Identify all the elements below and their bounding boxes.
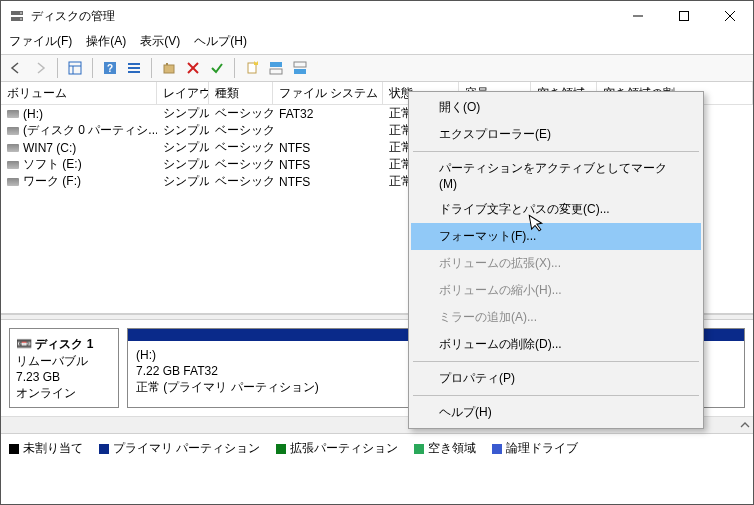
ctx-explorer[interactable]: エクスプローラー(E) xyxy=(411,121,701,148)
ctx-separator xyxy=(413,361,699,362)
scroll-up-icon[interactable] xyxy=(739,419,751,431)
disk-media: リムーバブル xyxy=(16,353,112,369)
minimize-button[interactable] xyxy=(615,1,661,31)
ctx-open[interactable]: 開く(O) xyxy=(411,94,701,121)
ctx-help[interactable]: ヘルプ(H) xyxy=(411,399,701,426)
volume-name: (ディスク 0 パーティシ... xyxy=(23,123,157,137)
menu-action[interactable]: 操作(A) xyxy=(86,33,126,50)
forward-button[interactable] xyxy=(29,57,51,79)
disk-meta[interactable]: 📼 ディスク 1 リムーバブル 7.23 GB オンライン xyxy=(9,328,119,408)
svg-rect-16 xyxy=(164,65,174,73)
ctx-add-mirror: ミラーの追加(A)... xyxy=(411,304,701,331)
svg-rect-23 xyxy=(294,62,306,67)
legend-logical: 論理ドライブ xyxy=(506,441,578,455)
svg-rect-13 xyxy=(128,63,140,65)
ctx-separator xyxy=(413,151,699,152)
disk-size: 7.23 GB xyxy=(16,369,112,385)
legend: 未割り当て プライマリ パーティション 拡張パーティション 空き領域 論理ドライ… xyxy=(1,433,753,463)
volume-name: WIN7 (C:) xyxy=(23,141,76,155)
ctx-properties[interactable]: プロパティ(P) xyxy=(411,365,701,392)
disk-status: オンライン xyxy=(16,385,112,401)
toolbar-graphic-top-icon[interactable] xyxy=(265,57,287,79)
toolbar-graphic-bottom-icon[interactable] xyxy=(289,57,311,79)
col-type[interactable]: 種類 xyxy=(209,82,273,104)
svg-point-2 xyxy=(20,12,22,14)
volume-icon xyxy=(7,178,19,186)
toolbar-check-icon[interactable] xyxy=(206,57,228,79)
toolbar-settings-icon[interactable] xyxy=(158,57,180,79)
toolbar-delete-icon[interactable] xyxy=(182,57,204,79)
context-menu: 開く(O) エクスプローラー(E) パーティションをアクティブとしてマーク(M)… xyxy=(408,91,704,429)
ctx-format[interactable]: フォーマット(F)... xyxy=(411,223,701,250)
col-layout[interactable]: レイアウト xyxy=(157,82,209,104)
disk-management-icon xyxy=(9,8,25,24)
legend-extended: 拡張パーティション xyxy=(290,441,398,455)
menubar: ファイル(F) 操作(A) 表示(V) ヘルプ(H) xyxy=(1,31,753,54)
menu-help[interactable]: ヘルプ(H) xyxy=(194,33,247,50)
svg-rect-17 xyxy=(166,63,168,65)
menu-view[interactable]: 表示(V) xyxy=(140,33,180,50)
svg-rect-8 xyxy=(69,62,81,74)
back-button[interactable] xyxy=(5,57,27,79)
close-button[interactable] xyxy=(707,1,753,31)
swatch-unallocated xyxy=(9,444,19,454)
legend-primary: プライマリ パーティション xyxy=(113,441,260,455)
maximize-button[interactable] xyxy=(661,1,707,31)
ctx-delete[interactable]: ボリュームの削除(D)... xyxy=(411,331,701,358)
swatch-free xyxy=(414,444,424,454)
toolbar-new-icon[interactable] xyxy=(241,57,263,79)
col-volume[interactable]: ボリューム xyxy=(1,82,157,104)
titlebar: ディスクの管理 xyxy=(1,1,753,31)
svg-rect-5 xyxy=(680,12,689,21)
svg-rect-22 xyxy=(270,69,282,74)
volume-icon xyxy=(7,110,19,118)
legend-unallocated: 未割り当て xyxy=(23,441,83,455)
swatch-primary xyxy=(99,444,109,454)
toolbar-list-icon[interactable] xyxy=(123,57,145,79)
removable-disk-icon: 📼 xyxy=(16,336,32,351)
window-controls xyxy=(615,1,753,31)
swatch-logical xyxy=(492,444,502,454)
window-title: ディスクの管理 xyxy=(31,8,115,25)
ctx-mark-active[interactable]: パーティションをアクティブとしてマーク(M) xyxy=(411,155,701,196)
svg-point-3 xyxy=(20,18,22,20)
menu-file[interactable]: ファイル(F) xyxy=(9,33,72,50)
swatch-extended xyxy=(276,444,286,454)
volume-name: ソフト (E:) xyxy=(23,157,82,171)
help-icon[interactable]: ? xyxy=(99,57,121,79)
ctx-extend: ボリュームの拡張(X)... xyxy=(411,250,701,277)
disk-label: ディスク 1 xyxy=(35,337,93,351)
toolbar: ? xyxy=(1,54,753,82)
ctx-shrink: ボリュームの縮小(H)... xyxy=(411,277,701,304)
svg-rect-15 xyxy=(128,71,140,73)
volume-icon xyxy=(7,144,19,152)
ctx-separator xyxy=(413,395,699,396)
window-root: ディスクの管理 ファイル(F) 操作(A) 表示(V) ヘルプ(H) ? xyxy=(0,0,754,505)
svg-rect-21 xyxy=(270,62,282,67)
svg-text:?: ? xyxy=(107,63,113,74)
svg-rect-24 xyxy=(294,69,306,74)
volume-icon xyxy=(7,127,19,135)
volume-name: (H:) xyxy=(23,107,43,121)
volume-name: ワーク (F:) xyxy=(23,174,81,188)
svg-rect-14 xyxy=(128,67,140,69)
legend-free: 空き領域 xyxy=(428,441,476,455)
ctx-change-letter[interactable]: ドライブ文字とパスの変更(C)... xyxy=(411,196,701,223)
volume-icon xyxy=(7,161,19,169)
col-filesystem[interactable]: ファイル システム xyxy=(273,82,383,104)
toolbar-view-icon[interactable] xyxy=(64,57,86,79)
